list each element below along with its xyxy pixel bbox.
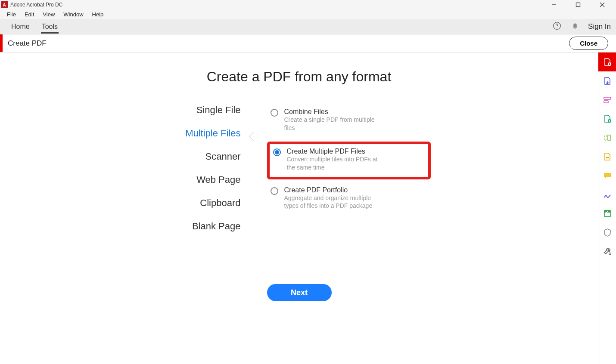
create-pdf-icon: [603, 57, 612, 67]
source-multiple-files[interactable]: Multiple Files: [168, 128, 241, 139]
rail-edit-pdf[interactable]: [598, 90, 616, 109]
create-pdf-panel: Single File Multiple Files Scanner Web P…: [168, 105, 431, 328]
panel-divider: [254, 105, 254, 328]
tools-right-rail: [598, 52, 616, 364]
app-title: Adobe Acrobat Pro DC: [10, 2, 546, 8]
redact-icon: [603, 152, 612, 161]
radio-icon: [271, 187, 278, 195]
option-label: Create PDF Portfolio: [284, 186, 383, 194]
page-heading: Create a PDF from any format: [207, 69, 392, 85]
next-button[interactable]: Next: [267, 284, 332, 301]
source-single-file[interactable]: Single File: [168, 105, 241, 116]
prepare-form-icon: [603, 209, 612, 218]
body: Create a PDF from any format Single File…: [0, 52, 616, 364]
rail-export-pdf[interactable]: [598, 71, 616, 90]
rail-combine[interactable]: [598, 109, 616, 128]
source-type-list: Single File Multiple Files Scanner Web P…: [168, 105, 254, 328]
content-area: Create a PDF from any format Single File…: [0, 52, 598, 364]
svg-rect-11: [608, 135, 610, 140]
rail-prepare-form[interactable]: [598, 204, 616, 223]
source-blank-page[interactable]: Blank Page: [168, 221, 241, 232]
combine-icon: [603, 114, 612, 123]
source-web-page[interactable]: Web Page: [168, 174, 241, 185]
option-create-pdf-portfolio[interactable]: Create PDF Portfolio Aggregate and organ…: [267, 183, 431, 216]
close-tool-button[interactable]: Close: [569, 37, 608, 50]
help-icon[interactable]: [553, 22, 561, 32]
minimize-button[interactable]: [546, 0, 562, 9]
menu-bar: File Edit View Window Help: [0, 9, 616, 19]
comment-icon: [603, 171, 612, 180]
rail-organize[interactable]: [598, 128, 616, 147]
svg-rect-1: [576, 3, 580, 7]
menu-view[interactable]: View: [38, 10, 59, 19]
more-tools-icon: [603, 247, 612, 256]
svg-point-5: [557, 27, 557, 28]
option-desc: Create a single PDF from multiple files: [284, 116, 383, 132]
fill-sign-icon: [603, 190, 612, 199]
menu-file[interactable]: File: [3, 10, 20, 19]
svg-rect-13: [604, 173, 611, 177]
option-desc: Convert multiple files into PDFs at the …: [287, 155, 386, 172]
source-scanner[interactable]: Scanner: [168, 151, 241, 162]
window-controls: [546, 0, 610, 9]
title-bar: A Adobe Acrobat Pro DC: [0, 0, 616, 9]
option-desc: Aggregate and organize multiple types of…: [284, 194, 383, 210]
notifications-icon[interactable]: [571, 22, 579, 32]
option-create-multiple-pdf-files[interactable]: Create Multiple PDF Files Convert multip…: [267, 142, 431, 179]
option-combine-files[interactable]: Combine Files Create a single PDF from m…: [267, 105, 431, 138]
export-pdf-icon: [603, 76, 612, 86]
edit-pdf-icon: [603, 95, 612, 105]
rail-protect[interactable]: [598, 223, 616, 242]
menu-edit[interactable]: Edit: [20, 10, 38, 19]
source-clipboard[interactable]: Clipboard: [168, 197, 241, 209]
svg-rect-7: [604, 97, 611, 99]
tab-tools[interactable]: Tools: [36, 20, 64, 33]
radio-icon: [271, 109, 278, 117]
option-label: Combine Files: [284, 108, 383, 116]
rail-comment[interactable]: [598, 166, 616, 185]
radio-icon: [273, 148, 281, 156]
menu-window[interactable]: Window: [59, 10, 87, 19]
rail-more-tools[interactable]: [598, 242, 616, 261]
rail-redact[interactable]: [598, 147, 616, 166]
tool-title: Create PDF: [8, 39, 47, 48]
close-window-button[interactable]: [594, 0, 610, 9]
sign-in-link[interactable]: Sign In: [588, 22, 611, 31]
tool-sub-bar: Create PDF Close: [0, 34, 616, 52]
acrobat-app-icon: A: [1, 1, 8, 8]
organize-icon: [603, 133, 612, 142]
main-tab-bar: Home Tools Sign In: [0, 19, 616, 34]
rail-fill-sign[interactable]: [598, 185, 616, 204]
multiple-files-options: Combine Files Create a single PDF from m…: [254, 105, 431, 328]
protect-icon: [603, 228, 612, 237]
menu-help[interactable]: Help: [88, 10, 108, 19]
tool-accent: [0, 34, 3, 52]
rail-create-pdf[interactable]: [598, 52, 616, 71]
maximize-button[interactable]: [570, 0, 586, 9]
svg-rect-8: [604, 101, 608, 103]
svg-rect-12: [606, 157, 609, 158]
tab-home[interactable]: Home: [5, 20, 36, 33]
option-label: Create Multiple PDF Files: [287, 148, 386, 155]
svg-rect-10: [604, 135, 607, 140]
